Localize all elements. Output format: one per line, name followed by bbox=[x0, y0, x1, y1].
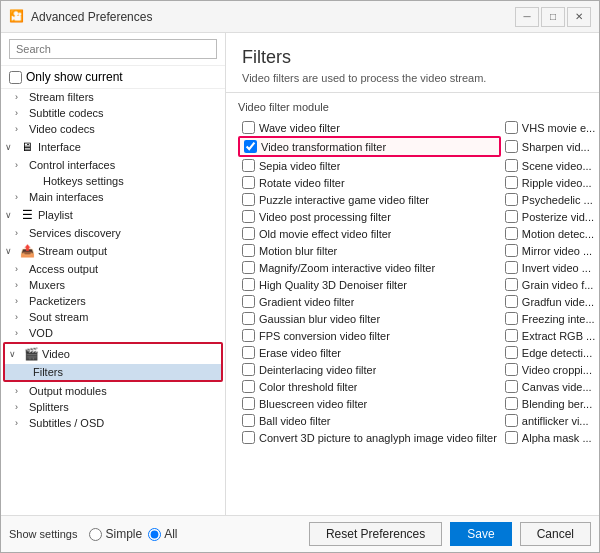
all-radio[interactable] bbox=[148, 528, 161, 541]
simple-radio[interactable] bbox=[89, 528, 102, 541]
sidebar-item-hotkeys[interactable]: Hotkeys settings bbox=[1, 173, 225, 189]
filter-item: Gradfun vide... bbox=[501, 293, 599, 310]
sidebar-item-stream-output[interactable]: ∨ 📤 Stream output bbox=[1, 241, 225, 261]
close-button[interactable]: ✕ bbox=[567, 7, 591, 27]
caret-icon: › bbox=[15, 418, 29, 428]
only-current-checkbox[interactable] bbox=[9, 71, 22, 84]
filter-checkbox[interactable] bbox=[242, 121, 255, 134]
simple-radio-label[interactable]: Simple bbox=[89, 527, 142, 541]
filter-checkbox[interactable] bbox=[505, 397, 518, 410]
minimize-button[interactable]: ─ bbox=[515, 7, 539, 27]
playlist-icon: ☰ bbox=[19, 207, 35, 223]
sidebar-item-video[interactable]: ∨ 🎬 Video bbox=[5, 344, 221, 364]
filter-checkbox[interactable] bbox=[505, 295, 518, 308]
sidebar-item-playlist[interactable]: ∨ ☰ Playlist bbox=[1, 205, 225, 225]
sidebar-item-vod[interactable]: › VOD bbox=[1, 325, 225, 341]
filter-label: Scene video... bbox=[522, 160, 592, 172]
sidebar-item-stream-filters[interactable]: › Stream filters bbox=[1, 89, 225, 105]
filter-checkbox[interactable] bbox=[244, 140, 257, 153]
filter-checkbox[interactable] bbox=[242, 295, 255, 308]
filter-checkbox[interactable] bbox=[242, 397, 255, 410]
maximize-button[interactable]: □ bbox=[541, 7, 565, 27]
filter-checkbox[interactable] bbox=[505, 261, 518, 274]
sidebar-item-filters[interactable]: Filters bbox=[5, 364, 221, 380]
caret-icon: ∨ bbox=[9, 349, 23, 359]
filter-checkbox[interactable] bbox=[242, 244, 255, 257]
filter-checkbox[interactable] bbox=[242, 210, 255, 223]
sidebar-item-access-output[interactable]: › Access output bbox=[1, 261, 225, 277]
caret-icon: › bbox=[15, 192, 29, 202]
sidebar-item-packetizers[interactable]: › Packetizers bbox=[1, 293, 225, 309]
filter-checkbox[interactable] bbox=[505, 431, 518, 444]
filter-checkbox[interactable] bbox=[242, 363, 255, 376]
filter-label: VHS movie e... bbox=[522, 122, 595, 134]
caret-icon: › bbox=[15, 228, 29, 238]
caret-icon: › bbox=[15, 402, 29, 412]
filter-item: Magnify/Zoom interactive video filter bbox=[238, 259, 501, 276]
filter-checkbox[interactable] bbox=[242, 176, 255, 189]
filter-checkbox[interactable] bbox=[505, 278, 518, 291]
reset-button[interactable]: Reset Preferences bbox=[309, 522, 442, 546]
filter-checkbox[interactable] bbox=[505, 176, 518, 189]
filter-checkbox[interactable] bbox=[242, 278, 255, 291]
filter-checkbox[interactable] bbox=[242, 431, 255, 444]
filter-checkbox[interactable] bbox=[505, 159, 518, 172]
filter-checkbox[interactable] bbox=[242, 346, 255, 359]
sidebar-item-label: Interface bbox=[38, 141, 81, 153]
filter-item: antiflicker vi... bbox=[501, 412, 599, 429]
filter-item: Bluescreen video filter bbox=[238, 395, 501, 412]
filter-checkbox[interactable] bbox=[242, 261, 255, 274]
sidebar-item-control-interfaces[interactable]: › Control interfaces bbox=[1, 157, 225, 173]
filter-label: Puzzle interactive game video filter bbox=[259, 194, 429, 206]
filter-item: Posterize vid... bbox=[501, 208, 599, 225]
sidebar-item-video-codecs[interactable]: › Video codecs bbox=[1, 121, 225, 137]
filter-item: Ball video filter bbox=[238, 412, 501, 429]
tree-area: › Stream filters › Subtitle codecs › Vid… bbox=[1, 89, 225, 515]
filter-checkbox[interactable] bbox=[505, 227, 518, 240]
filter-checkbox[interactable] bbox=[505, 312, 518, 325]
filter-checkbox[interactable] bbox=[505, 329, 518, 342]
filter-label: Extract RGB ... bbox=[522, 330, 595, 342]
filter-checkbox[interactable] bbox=[505, 210, 518, 223]
filter-item: Freezing inte... bbox=[501, 310, 599, 327]
filter-checkbox[interactable] bbox=[242, 414, 255, 427]
filter-label: Gaussian blur video filter bbox=[259, 313, 380, 325]
filter-label: Erase video filter bbox=[259, 347, 341, 359]
sidebar-item-splitters[interactable]: › Splitters bbox=[1, 399, 225, 415]
video-section-highlight: ∨ 🎬 Video Filters bbox=[3, 342, 223, 382]
filter-checkbox[interactable] bbox=[242, 227, 255, 240]
filter-checkbox[interactable] bbox=[242, 380, 255, 393]
filter-label: Mirror video ... bbox=[522, 245, 592, 257]
filter-label: Grain video f... bbox=[522, 279, 594, 291]
simple-label: Simple bbox=[105, 527, 142, 541]
filter-checkbox[interactable] bbox=[242, 193, 255, 206]
filter-checkbox[interactable] bbox=[505, 244, 518, 257]
sidebar-item-interface[interactable]: ∨ 🖥 Interface bbox=[1, 137, 225, 157]
filter-label: Ripple video... bbox=[522, 177, 592, 189]
sidebar-item-label: Subtitles / OSD bbox=[29, 417, 104, 429]
search-input[interactable] bbox=[9, 39, 217, 59]
filter-checkbox[interactable] bbox=[242, 329, 255, 342]
filter-checkbox[interactable] bbox=[242, 159, 255, 172]
sidebar-item-muxers[interactable]: › Muxers bbox=[1, 277, 225, 293]
sidebar-item-main-interfaces[interactable]: › Main interfaces bbox=[1, 189, 225, 205]
filter-checkbox[interactable] bbox=[505, 414, 518, 427]
filter-checkbox[interactable] bbox=[505, 346, 518, 359]
sidebar-item-output-modules[interactable]: › Output modules bbox=[1, 383, 225, 399]
filter-checkbox[interactable] bbox=[505, 121, 518, 134]
sidebar-item-subtitles-osd[interactable]: › Subtitles / OSD bbox=[1, 415, 225, 431]
filter-checkbox[interactable] bbox=[505, 140, 518, 153]
filter-checkbox[interactable] bbox=[505, 380, 518, 393]
all-radio-label[interactable]: All bbox=[148, 527, 177, 541]
cancel-button[interactable]: Cancel bbox=[520, 522, 591, 546]
sidebar-item-label: Output modules bbox=[29, 385, 107, 397]
filter-label: Wave video filter bbox=[259, 122, 340, 134]
filter-checkbox[interactable] bbox=[505, 363, 518, 376]
filter-checkbox[interactable] bbox=[505, 193, 518, 206]
filter-label: Ball video filter bbox=[259, 415, 331, 427]
save-button[interactable]: Save bbox=[450, 522, 511, 546]
sidebar-item-subtitle-codecs[interactable]: › Subtitle codecs bbox=[1, 105, 225, 121]
sidebar-item-sout-stream[interactable]: › Sout stream bbox=[1, 309, 225, 325]
sidebar-item-services-discovery[interactable]: › Services discovery bbox=[1, 225, 225, 241]
filter-checkbox[interactable] bbox=[242, 312, 255, 325]
